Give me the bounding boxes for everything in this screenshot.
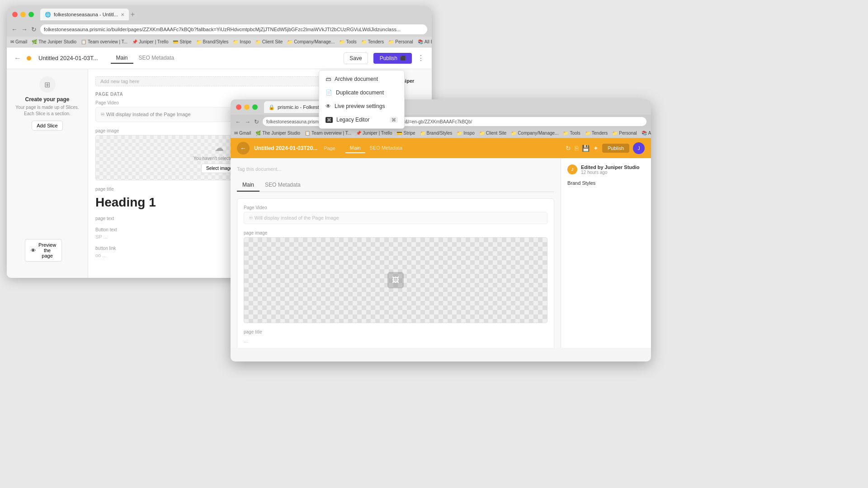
bm-juniper[interactable]: 🌿The Juniper Studio — [32, 39, 76, 44]
upload-icon: ☁ — [215, 142, 224, 153]
legacy-kbd: ⌘ — [390, 117, 398, 123]
dropdown-archive[interactable]: 🗃 Archive document — [319, 72, 404, 86]
front-tab-main[interactable]: Main — [345, 143, 365, 153]
front-bm-stripe[interactable]: 💳Stripe — [396, 131, 415, 136]
dropdown-duplicate[interactable]: 📄 Duplicate document — [319, 86, 404, 99]
front-title-group: page title ... — [244, 329, 547, 345]
add-slice-button[interactable]: Add Slice — [32, 121, 62, 131]
live-preview-label: Live preview settings — [335, 103, 385, 109]
traffic-light-red[interactable] — [12, 12, 18, 17]
bm-client[interactable]: 📁Client Site — [255, 39, 283, 44]
front-save-icon[interactable]: 💾 — [582, 145, 590, 152]
browser-chrome-top: 🌐 folkestoneseasauna - Untitl... ✕ + — [7, 7, 432, 22]
tab-seo[interactable]: SEO Metadata — [133, 53, 180, 64]
front-bm-team[interactable]: 📋Team overview | T... — [305, 131, 351, 136]
front-bm-trello[interactable]: 📌Juniper | Trello — [356, 131, 392, 136]
tab-label: folkestoneseasauna - Untitl... — [54, 12, 118, 17]
forward-btn[interactable]: → — [21, 26, 28, 33]
front-bm-brand[interactable]: 📁Brand/Styles — [420, 131, 453, 136]
front-bm-juniper[interactable]: 🌿The Juniper Studio — [255, 131, 300, 136]
bm-tools[interactable]: 📁Tools — [339, 39, 356, 44]
traffic-light-yellow[interactable] — [20, 12, 26, 17]
preview-button[interactable]: 👁 Preview the page — [25, 239, 62, 262]
legacy-icon: ⌘ — [326, 117, 333, 123]
create-page-section: ⊞ Create your page Your page is made up … — [14, 76, 80, 131]
front-main-area: Tag this document... Main SEO Metadata P… — [231, 158, 561, 348]
front-app-back-btn[interactable]: ← — [237, 142, 250, 155]
traffic-light-green[interactable] — [28, 12, 34, 17]
front-doc-subtitle: Page — [324, 145, 335, 151]
tab-close[interactable]: ✕ — [121, 12, 124, 17]
front-image-dropzone[interactable]: 🖼 — [244, 237, 547, 323]
prismic-app-bar: ← Untitled 2024-01-03T... Main SEO Metad… — [7, 47, 432, 69]
front-bm-tools[interactable]: 📁Tools — [563, 131, 580, 136]
tab-main[interactable]: Main — [111, 53, 133, 64]
front-tab-inner-main[interactable]: Main — [237, 179, 259, 192]
front-tab-seo[interactable]: SEO Metadata — [365, 143, 407, 153]
bm-team[interactable]: 📋Team overview | T... — [81, 39, 127, 44]
create-page-title: Create your page — [14, 96, 80, 103]
front-forward-nav[interactable]: → — [245, 118, 250, 125]
bm-stripe[interactable]: 💳Stripe — [173, 39, 191, 44]
create-page-desc: Your page is made up of Slices. Each Sli… — [14, 104, 80, 117]
archive-icon: 🗃 — [326, 76, 331, 82]
publish-button[interactable]: Publish ⬛ — [373, 53, 412, 64]
front-page-title-value[interactable]: ... — [244, 336, 547, 345]
tag-input[interactable]: Add new tag here — [95, 76, 343, 86]
address-text: folkestoneseasauna.prismic.io/builder/pa… — [44, 27, 401, 32]
reload-btn[interactable]: ↻ — [31, 26, 37, 33]
app-back-btn[interactable]: ← — [14, 54, 21, 62]
browser-tab-active[interactable]: 🌐 folkestoneseasauna - Untitl... ✕ — [40, 9, 129, 20]
archive-label: Archive document — [335, 76, 378, 82]
save-button[interactable]: Save — [344, 52, 368, 64]
front-tl-yellow[interactable] — [244, 104, 250, 110]
back-btn[interactable]: ← — [11, 26, 18, 33]
front-bm-client[interactable]: 📁Client Site — [479, 131, 507, 136]
front-image-icon: 🖼 — [387, 272, 404, 288]
front-reload-nav[interactable]: ↻ — [254, 118, 259, 125]
bm-company[interactable]: 📁Company/Manage... — [287, 39, 335, 44]
address-input[interactable]: folkestoneseasauna.prismic.io/builder/pa… — [40, 24, 427, 34]
front-bm-all[interactable]: 📚All Bookmarks — [642, 131, 651, 136]
front-bm-personal[interactable]: 📁Personal — [612, 131, 637, 136]
front-bm-inspo[interactable]: 📁Inspo — [457, 131, 474, 136]
front-tag-input[interactable]: Tag this document... — [237, 164, 554, 174]
front-editor-name: Edited by Juniper Studio — [581, 164, 640, 170]
bm-all[interactable]: 📚All Bookmarks — [418, 39, 432, 44]
front-address-bar: ← → ↻ folkestoneseasauna.prismic.io/docu… — [231, 115, 651, 128]
bm-brand[interactable]: 📁Brand/Styles — [196, 39, 229, 44]
dropdown-live-preview[interactable]: 👁 Live preview settings — [319, 99, 404, 113]
front-back-nav[interactable]: ← — [235, 118, 241, 125]
bm-trello[interactable]: 📌Juniper | Trello — [132, 39, 168, 44]
new-tab-btn[interactable]: + — [131, 10, 135, 19]
bm-gmail[interactable]: ✉Gmail — [10, 39, 27, 44]
bm-inspo[interactable]: 📁Inspo — [233, 39, 250, 44]
doc-status-badge — [27, 56, 31, 61]
left-panel: ⊞ Create your page Your page is made up … — [7, 69, 88, 278]
bm-personal[interactable]: 📁Personal — [388, 39, 413, 44]
front-tl-green[interactable] — [252, 104, 258, 110]
more-options-btn[interactable]: ⋮ — [417, 54, 425, 62]
front-page-title-label: page title — [244, 329, 547, 334]
bm-tenders[interactable]: 📁Tenders — [361, 39, 384, 44]
front-video-group: Page Video ♾ Will display instead of the… — [244, 205, 547, 224]
front-publish-button[interactable]: Publish — [602, 144, 629, 153]
front-action-icons: ↻ ⎘ 💾 ✦ Publish J — [566, 142, 645, 154]
doc-title: Untitled 2024-01-03T... — [38, 55, 98, 61]
duplicate-icon: 📄 — [326, 89, 332, 96]
preview-icon: 👁 — [31, 248, 36, 253]
front-star-icon[interactable]: ✦ — [593, 145, 599, 152]
front-copy-icon[interactable]: ⎘ — [575, 145, 578, 152]
front-refresh-icon[interactable]: ↻ — [566, 145, 571, 152]
front-bm-gmail[interactable]: ✉Gmail — [234, 131, 251, 136]
front-bm-tenders[interactable]: 📁Tenders — [585, 131, 608, 136]
front-tl-red[interactable] — [236, 104, 241, 110]
app-tabs: Main SEO Metadata — [111, 53, 180, 64]
dropdown-legacy[interactable]: ⌘ Legacy Editor ⌘ — [319, 113, 404, 127]
front-video-input[interactable]: ♾ Will display instead of the Page Image — [244, 212, 547, 224]
front-bm-company[interactable]: 📁Company/Manage... — [511, 131, 558, 136]
front-chrome-top: 🔒 prismic.io - Folkestone Sea ... ✕ + — [231, 99, 651, 115]
front-prismic-app-bar: ← Untitled 2024-01-03T20... Page Main SE… — [231, 138, 651, 158]
page-data-label: Page data — [95, 92, 343, 97]
front-tab-inner-seo[interactable]: SEO Metadata — [259, 179, 306, 192]
